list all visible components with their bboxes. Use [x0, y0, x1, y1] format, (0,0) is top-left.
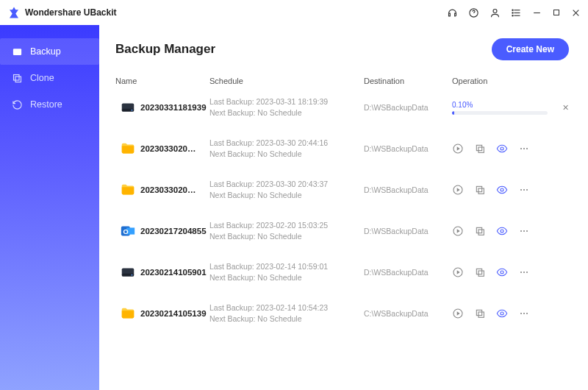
col-name: Name	[115, 77, 209, 85]
svg-rect-9	[554, 10, 559, 15]
next-backup: Next Backup: No Schedule	[209, 107, 364, 118]
view-button[interactable]	[496, 143, 508, 155]
last-backup: Last Backup: 2023-03-30 20:43:37	[209, 179, 364, 190]
svg-rect-12	[13, 49, 21, 55]
last-backup: Last Backup: 2023-03-30 20:44:16	[209, 138, 364, 149]
destination: D:\WSBackupData	[364, 103, 452, 112]
page-title: Backup Manager	[115, 42, 215, 57]
backup-name: 2023033020…	[140, 144, 209, 153]
sidebar-item-label: Restore	[30, 99, 62, 110]
destination: D:\WSBackupData	[364, 227, 452, 235]
app-title: Wondershare UBackit	[25, 7, 116, 18]
backup-name: 20230214105139	[140, 309, 209, 318]
destination: D:\WSBackupData	[364, 268, 452, 277]
next-backup: Next Backup: No Schedule	[209, 231, 364, 242]
destination: C:\WSBackupData	[364, 309, 452, 318]
svg-point-5	[512, 10, 513, 10]
disk-icon	[120, 264, 136, 280]
next-backup: Next Backup: No Schedule	[209, 190, 364, 201]
view-button[interactable]	[496, 225, 508, 237]
col-destination: Destination	[364, 77, 452, 85]
next-backup: Next Backup: No Schedule	[209, 272, 364, 283]
restore-button[interactable]	[474, 308, 486, 319]
table-row: 20230331181939Last Backup: 2023-03-31 18…	[115, 93, 569, 122]
backup-icon	[12, 46, 23, 57]
svg-rect-13	[14, 74, 20, 80]
folder-icon	[120, 141, 136, 157]
account-icon[interactable]	[490, 7, 501, 18]
cancel-icon[interactable]: ✕	[562, 103, 569, 113]
destination: D:\WSBackupData	[364, 185, 452, 194]
maximize-icon[interactable]	[552, 8, 561, 17]
next-backup: Next Backup: No Schedule	[209, 313, 364, 325]
view-button[interactable]	[496, 266, 508, 278]
close-icon[interactable]	[571, 8, 581, 18]
help-icon[interactable]	[468, 7, 479, 18]
progress-bar	[452, 111, 548, 115]
backup-name: 20230214105901	[140, 268, 209, 277]
last-backup: Last Backup: 2023-02-14 10:54:23	[209, 302, 364, 313]
backup-name: 20230331181939	[140, 103, 209, 112]
table-row: 2023033020…Last Backup: 2023-03-30 20:43…	[115, 175, 569, 205]
progress-percent: 0.10%	[452, 101, 548, 109]
sidebar-item-label: Backup	[30, 46, 61, 57]
svg-rect-14	[15, 77, 21, 82]
clone-icon	[12, 73, 23, 84]
run-button[interactable]	[452, 225, 464, 237]
more-button[interactable]	[518, 143, 530, 155]
sidebar-item-backup[interactable]: Backup	[0, 38, 99, 65]
backup-name: 20230217204855	[140, 227, 209, 235]
more-button[interactable]	[518, 225, 530, 237]
run-button[interactable]	[452, 143, 464, 155]
app-logo-icon	[7, 6, 21, 19]
sidebar: Backup Clone Restore	[0, 25, 99, 390]
more-button[interactable]	[518, 308, 530, 319]
folder-icon	[120, 182, 136, 198]
restore-icon	[12, 99, 23, 110]
disk-icon	[120, 99, 136, 116]
col-operation: Operation	[452, 77, 569, 85]
run-button[interactable]	[452, 184, 464, 196]
svg-point-1	[493, 9, 497, 13]
svg-point-7	[512, 15, 513, 15]
view-button[interactable]	[496, 184, 508, 196]
sidebar-item-clone[interactable]: Clone	[0, 65, 99, 91]
sidebar-item-restore[interactable]: Restore	[0, 91, 99, 118]
view-button[interactable]	[496, 308, 508, 319]
restore-button[interactable]	[474, 143, 486, 155]
restore-button[interactable]	[474, 184, 486, 196]
svg-point-6	[512, 12, 513, 13]
last-backup: Last Backup: 2023-02-20 15:03:25	[209, 220, 364, 231]
run-button[interactable]	[452, 308, 464, 319]
table-row: 20230214105901Last Backup: 2023-02-14 10…	[115, 258, 569, 287]
run-button[interactable]	[452, 266, 464, 278]
sidebar-item-label: Clone	[30, 73, 54, 83]
more-button[interactable]	[518, 266, 530, 278]
destination: D:\WSBackupData	[364, 144, 452, 153]
last-backup: Last Backup: 2023-03-31 18:19:39	[209, 96, 364, 107]
folder-icon	[120, 305, 136, 322]
minimize-icon[interactable]	[532, 8, 542, 18]
backup-name: 2023033020…	[140, 185, 209, 194]
more-button[interactable]	[518, 184, 530, 196]
support-icon[interactable]	[447, 7, 458, 18]
last-backup: Last Backup: 2023-02-14 10:59:01	[209, 261, 364, 272]
table-header: Name Schedule Destination Operation	[115, 72, 569, 93]
menu-icon[interactable]	[511, 7, 522, 18]
col-schedule: Schedule	[209, 77, 364, 85]
table-row: 20230214105139Last Backup: 2023-02-14 10…	[115, 299, 569, 328]
table-row: 20230217204855Last Backup: 2023-02-20 15…	[115, 216, 569, 246]
create-new-button[interactable]: Create New	[492, 38, 569, 60]
restore-button[interactable]	[474, 266, 486, 278]
restore-button[interactable]	[474, 225, 486, 237]
table-row: 2023033020…Last Backup: 2023-03-30 20:44…	[115, 134, 569, 163]
next-backup: Next Backup: No Schedule	[209, 149, 364, 160]
outlook-icon	[120, 223, 136, 239]
titlebar: Wondershare UBackit	[0, 0, 588, 25]
